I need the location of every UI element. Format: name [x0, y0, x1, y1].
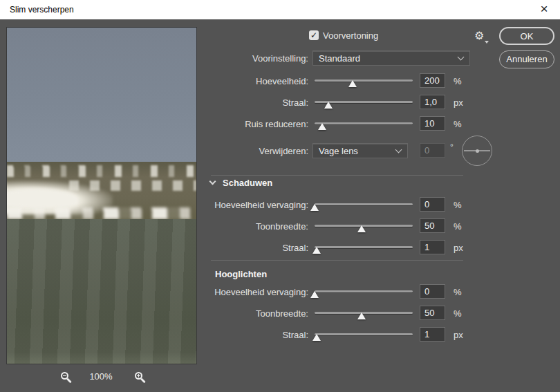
window-title: Slim verscherpen	[10, 5, 74, 15]
shadows-fade-row: Hoeveelheid vervaging: %	[207, 197, 498, 214]
slider-thumb[interactable]	[348, 80, 357, 87]
highlights-tonal-input[interactable]	[420, 306, 445, 320]
slider-track[interactable]	[315, 80, 413, 82]
slider-track[interactable]	[315, 203, 413, 205]
noise-row: Ruis reduceren: %	[207, 116, 498, 133]
radius-label: Straal:	[207, 97, 308, 108]
unit-label: %	[454, 221, 462, 232]
highlights-radius-label: Straal:	[207, 330, 308, 340]
slider-track[interactable]	[315, 333, 413, 335]
gear-icon[interactable]: ⚙	[474, 29, 484, 42]
highlights-fade-label: Hoeveelheid vervaging:	[207, 287, 308, 297]
radius-unit: px	[454, 97, 463, 108]
separator	[211, 260, 463, 261]
slider-thumb[interactable]	[312, 334, 321, 341]
highlights-fade-input[interactable]	[420, 284, 445, 299]
amount-label: Hoeveelheid:	[207, 76, 308, 86]
preset-dropdown[interactable]: Standaard	[312, 50, 470, 66]
slider-thumb[interactable]	[310, 204, 319, 211]
shadows-fade-input[interactable]	[420, 197, 445, 212]
amount-slider[interactable]	[315, 73, 413, 90]
highlights-tonal-row: Toonbreedte: %	[207, 306, 498, 322]
unit-label: px	[454, 243, 463, 253]
highlights-tonal-label: Toonbreedte:	[207, 308, 308, 319]
highlights-section-header[interactable]: Hooglichten	[215, 269, 267, 279]
close-icon[interactable]: ×	[534, 0, 554, 19]
shadows-radius-input[interactable]	[420, 240, 445, 254]
highlights-fade-slider[interactable]	[315, 284, 413, 301]
preset-value: Standaard	[319, 53, 360, 64]
shadows-radius-row: Straal: px	[207, 240, 498, 256]
noise-label: Ruis reduceren:	[207, 119, 308, 129]
noise-input[interactable]	[420, 116, 445, 131]
preset-row: Voorinstelling: Standaard	[207, 50, 498, 67]
highlights-radius-row: Straal: px	[207, 327, 498, 344]
highlights-tonal-slider[interactable]	[315, 306, 413, 322]
shadows-tonal-slider[interactable]	[315, 218, 413, 235]
highlights-radius-input[interactable]	[420, 327, 445, 342]
slider-thumb[interactable]	[310, 291, 319, 298]
preset-label: Voorinstelling:	[207, 53, 308, 64]
slider-thumb[interactable]	[357, 312, 366, 319]
cancel-button[interactable]: Annuleren	[499, 50, 554, 68]
chevron-down-icon	[395, 147, 402, 153]
gear-menu-caret-icon	[485, 41, 489, 44]
shadows-radius-slider[interactable]	[315, 240, 413, 256]
degree-unit: °	[450, 142, 454, 152]
preview-foam	[7, 207, 196, 219]
separator	[211, 175, 463, 176]
zoom-out-icon[interactable]	[61, 372, 68, 380]
slider-thumb[interactable]	[318, 123, 326, 130]
preview-sky	[7, 28, 196, 162]
slider-track[interactable]	[315, 290, 413, 292]
zoom-in-icon[interactable]	[135, 372, 142, 380]
titlebar: Slim verscherpen ×	[0, 0, 560, 19]
shadows-expand-icon[interactable]	[209, 178, 216, 185]
unit-label: %	[454, 308, 462, 319]
preview-checkbox-label[interactable]: Voorvertoning	[323, 30, 378, 41]
unit-label: px	[454, 330, 463, 340]
amount-input[interactable]	[420, 73, 445, 88]
slider-thumb[interactable]	[357, 225, 366, 232]
preview-sea	[7, 219, 196, 364]
slider-thumb[interactable]	[324, 102, 333, 109]
shadows-fade-label: Hoeveelheid vervaging:	[207, 200, 308, 210]
chevron-down-icon	[458, 54, 465, 61]
zoom-level[interactable]: 100%	[82, 371, 120, 382]
noise-slider[interactable]	[315, 116, 413, 133]
remove-value: Vage lens	[319, 146, 358, 156]
remove-dropdown[interactable]: Vage lens	[312, 143, 408, 158]
shadows-section-header[interactable]: Schaduwen	[223, 178, 272, 188]
amount-unit: %	[454, 76, 462, 86]
smart-sharpen-dialog: Slim verscherpen × 100% ✓ Voorvertoning …	[0, 0, 560, 392]
amount-row: Hoeveelheid: %	[207, 73, 498, 90]
slider-track[interactable]	[315, 246, 413, 248]
preview-foam	[7, 165, 196, 177]
ok-button[interactable]: OK	[499, 27, 554, 45]
highlights-fade-row: Hoeveelheid vervaging: %	[207, 284, 498, 301]
preview-image[interactable]	[6, 27, 197, 364]
slider-thumb[interactable]	[312, 247, 321, 254]
radius-slider[interactable]	[315, 95, 413, 111]
shadows-radius-label: Straal:	[207, 243, 308, 253]
shadows-fade-slider[interactable]	[315, 197, 413, 214]
angle-dial[interactable]	[462, 136, 492, 166]
unit-label: %	[454, 200, 462, 210]
shadows-tonal-label: Toonbreedte:	[207, 221, 308, 232]
shadows-tonal-row: Toonbreedte: %	[207, 218, 498, 235]
slider-track[interactable]	[315, 122, 413, 124]
shadows-tonal-input[interactable]	[420, 218, 445, 233]
preview-checkbox[interactable]: ✓	[309, 30, 319, 40]
angle-dial-center	[476, 149, 479, 153]
unit-label: %	[454, 287, 462, 297]
highlights-radius-slider[interactable]	[315, 327, 413, 344]
angle-input	[420, 143, 445, 158]
noise-unit: %	[454, 119, 462, 129]
radius-input[interactable]	[420, 95, 445, 109]
remove-row: Verwijderen: Vage lens	[207, 143, 498, 160]
remove-label: Verwijderen:	[207, 146, 308, 156]
radius-row: Straal: px	[207, 95, 498, 111]
